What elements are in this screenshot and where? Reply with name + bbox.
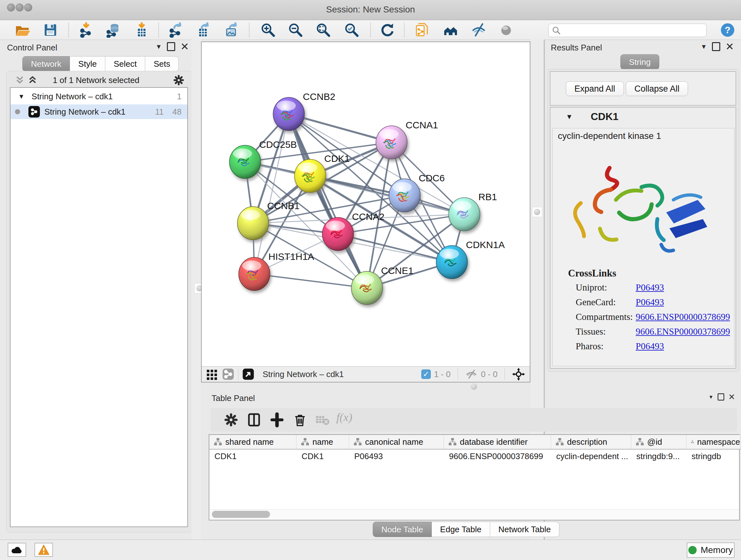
open-in-window-icon[interactable] <box>242 368 254 380</box>
show-panel-button[interactable] <box>497 22 515 38</box>
delete-column-trash-icon[interactable] <box>292 412 308 428</box>
control-panel-collapse-icon[interactable]: ▼ <box>155 43 162 51</box>
tab-style[interactable]: Style <box>70 56 105 71</box>
zoom-selected-button[interactable] <box>343 22 360 38</box>
column-header-canonicalname[interactable]: canonical name <box>349 435 444 449</box>
search-input[interactable] <box>563 25 703 35</box>
column-header-id[interactable]: @id <box>631 435 686 449</box>
right-splitter-handle[interactable] <box>532 207 542 217</box>
node-CCNE1[interactable]: CCNE1 <box>351 265 414 305</box>
control-panel-float-icon[interactable] <box>167 42 175 51</box>
tab-edge-table[interactable]: Edge Table <box>432 522 490 537</box>
results-panel-collapse-icon[interactable]: ▼ <box>700 43 707 51</box>
control-panel-close-icon[interactable]: ✕ <box>180 43 189 50</box>
table-cell[interactable]: cyclin-dependent ... <box>551 449 631 463</box>
node-CDKN1A[interactable]: CDKN1A <box>436 240 505 279</box>
show-columns-icon[interactable] <box>246 412 262 428</box>
table-panel-close-icon[interactable]: ✕ <box>729 394 735 400</box>
tree-disclosure-icon[interactable]: ▼ <box>18 93 24 100</box>
crosslink-link[interactable]: 9606.ENSP00000378699 <box>636 326 730 337</box>
memory-button[interactable]: Memory <box>687 543 735 558</box>
table-panel-float-icon[interactable] <box>718 393 724 400</box>
create-column-plus-icon[interactable] <box>269 412 285 428</box>
horizontal-splitter-handle[interactable] <box>469 382 479 391</box>
cloud-button[interactable] <box>8 543 26 557</box>
node-CCNB1[interactable]: CCNB1 <box>238 200 300 240</box>
edge-CCNB2-HIST1H1A[interactable] <box>254 114 289 274</box>
table-hscrollbar[interactable] <box>210 509 738 519</box>
selected-checkbox-icon[interactable]: ✓ <box>421 369 431 379</box>
crosslink-link[interactable]: P06493 <box>636 282 664 293</box>
tab-node-table[interactable]: Node Table <box>373 522 432 537</box>
table-cell[interactable]: P06493 <box>349 449 444 463</box>
tab-sets[interactable]: Sets <box>145 56 179 71</box>
tab-select[interactable]: Select <box>105 56 145 71</box>
export-network-button[interactable] <box>166 22 185 38</box>
table-cell[interactable]: stringdb:9... <box>631 449 686 463</box>
tab-string[interactable]: String <box>620 54 659 70</box>
table-panel-collapse-icon[interactable]: ▼ <box>709 394 714 400</box>
crosslink-link[interactable]: 9606.ENSP00000378699 <box>636 312 730 322</box>
string-import-button[interactable] <box>413 22 431 38</box>
open-session-button[interactable] <box>13 22 31 38</box>
string-network-icon <box>28 106 40 118</box>
results-panel-float-icon[interactable] <box>712 42 720 51</box>
collapse-all-button[interactable]: Collapse All <box>626 81 688 96</box>
node-CDC6[interactable]: CDC6 <box>389 173 445 212</box>
table-toolbar: f(x) <box>211 408 737 432</box>
table-hscrollbar-thumb[interactable] <box>212 511 270 518</box>
table-cell[interactable]: CDK1 <box>209 449 296 463</box>
column-header-description[interactable]: description <box>551 435 631 449</box>
results-panel-close-icon[interactable]: ✕ <box>725 43 734 50</box>
import-network-button[interactable] <box>77 22 95 38</box>
node-label-CCNA1: CCNA1 <box>406 120 438 130</box>
save-session-button[interactable] <box>42 22 59 38</box>
table-cell[interactable]: stringdb <box>686 449 740 463</box>
edge-CCNB2-CCNE1[interactable] <box>289 114 367 288</box>
title-bar: Session: New Session <box>0 0 741 20</box>
import-database-button[interactable] <box>105 22 123 38</box>
table-settings-gear-icon[interactable] <box>223 412 239 428</box>
node-HIST1H1A[interactable]: HIST1H1A <box>239 251 314 291</box>
left-splitter[interactable] <box>192 40 201 540</box>
zoom-in-button[interactable] <box>259 22 277 38</box>
import-table-button[interactable] <box>133 22 151 38</box>
zoom-out-button[interactable] <box>286 22 305 38</box>
home-button[interactable] <box>442 22 460 38</box>
app-status-bar: Memory <box>0 540 741 560</box>
fit-content-crosshair-icon[interactable] <box>512 368 525 381</box>
column-header-sharedname[interactable]: shared name <box>209 435 296 449</box>
expand-all-button[interactable]: Expand All <box>566 81 624 96</box>
help-button[interactable]: ? <box>719 22 737 38</box>
tab-network[interactable]: Network <box>22 56 70 71</box>
refresh-button[interactable] <box>379 22 396 38</box>
export-table-button[interactable] <box>194 22 212 38</box>
table-row[interactable]: CDK1CDK1P064939606.ENSP00000378699cyclin… <box>209 449 740 463</box>
birdseye-grid-icon[interactable] <box>206 368 218 380</box>
node-RB1[interactable]: RB1 <box>449 192 497 231</box>
crosslink-link[interactable]: P06493 <box>636 297 664 307</box>
collapse-all-icon[interactable] <box>15 76 24 84</box>
search-box[interactable] <box>548 23 706 37</box>
network-share-icon[interactable] <box>222 368 234 380</box>
export-image-button[interactable] <box>222 22 240 38</box>
warning-button[interactable] <box>35 543 53 557</box>
column-header-namespace[interactable]: namespace <box>686 435 740 449</box>
edge-HIST1H1A-CCNE1[interactable] <box>254 274 367 288</box>
column-header-name[interactable]: name <box>296 435 349 449</box>
network-canvas[interactable]: CCNB2 CCNA1 CDC25B CDK1 CDC6 RB1 CCNB1 C… <box>202 42 530 367</box>
network-options-gear-icon[interactable] <box>173 74 185 86</box>
node-CDK1[interactable]: CDK1 <box>294 153 350 192</box>
column-header-databaseidentifier[interactable]: database identifier <box>444 435 551 449</box>
zoom-fit-button[interactable] <box>314 22 332 38</box>
crosslink-link[interactable]: P06493 <box>636 341 664 352</box>
entry-disclosure-icon[interactable]: ▼ <box>566 113 573 121</box>
tab-network-table[interactable]: Network Table <box>490 522 559 537</box>
node-CCNA1[interactable]: CCNA1 <box>376 120 438 159</box>
tree-row-network[interactable]: String Network – cdk1 11 48 <box>10 105 187 119</box>
hide-panel-button[interactable] <box>470 22 488 38</box>
table-cell[interactable]: 9606.ENSP00000378699 <box>444 449 551 463</box>
horizontal-splitter[interactable] <box>201 382 530 391</box>
table-cell[interactable]: CDK1 <box>296 449 349 463</box>
tree-row-collection[interactable]: ▼ String Network – cdk1 1 <box>10 89 187 104</box>
